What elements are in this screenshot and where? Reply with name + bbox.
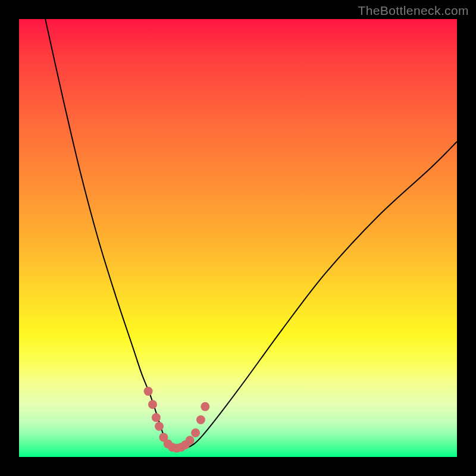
highlight-dot: [148, 400, 157, 409]
bottleneck-curve-path: [45, 19, 457, 449]
highlight-points: [144, 387, 210, 453]
highlight-dot: [144, 387, 153, 396]
highlight-dot: [196, 415, 205, 424]
highlight-dot: [155, 422, 164, 431]
highlight-dot: [152, 413, 161, 422]
plot-area: [19, 19, 457, 457]
bottleneck-curve: [45, 19, 457, 449]
curve-svg: [19, 19, 457, 457]
chart-frame: TheBottleneck.com: [0, 0, 476, 476]
highlight-dot: [191, 428, 200, 437]
watermark-label: TheBottleneck.com: [358, 4, 469, 18]
highlight-dot: [201, 402, 209, 411]
highlight-dot: [186, 436, 195, 445]
